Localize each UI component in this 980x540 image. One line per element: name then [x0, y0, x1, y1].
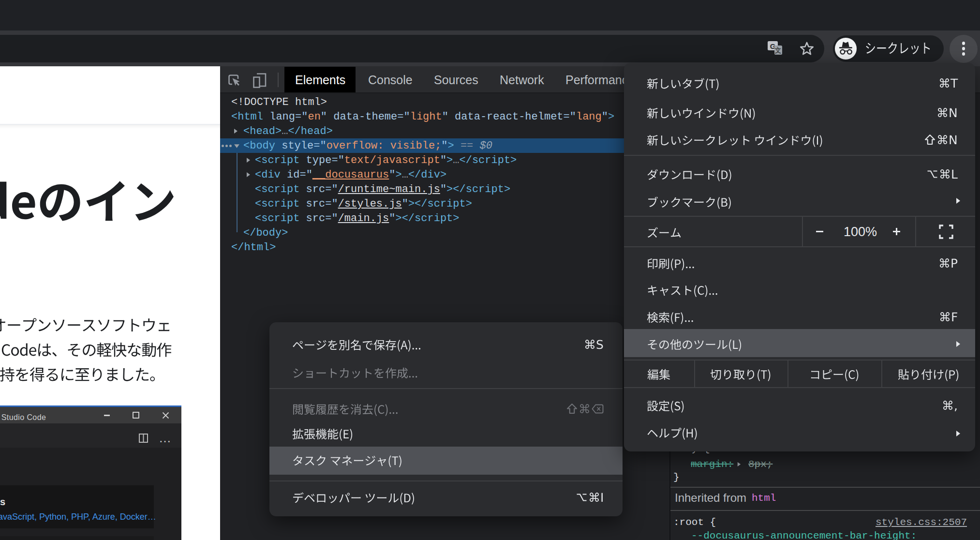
- svg-text:文: 文: [775, 46, 782, 54]
